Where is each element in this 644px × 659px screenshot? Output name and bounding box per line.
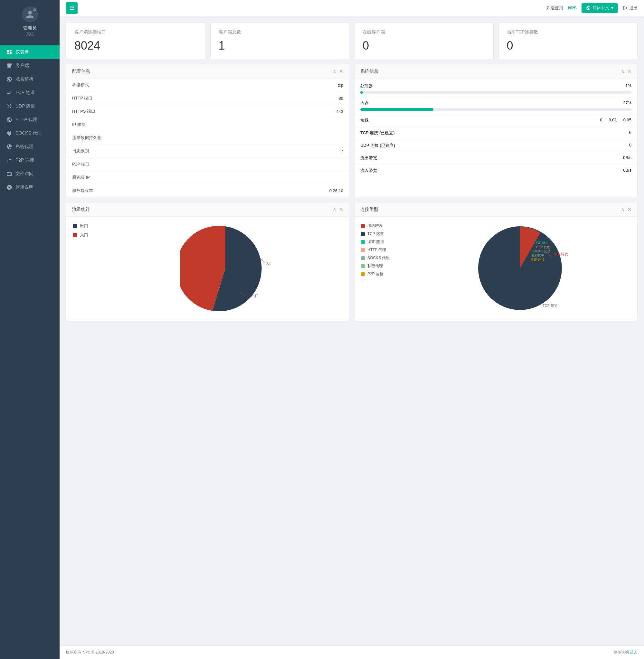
conn-close-icon[interactable]: ✕ (627, 206, 631, 212)
load-val-1: 0.01 (608, 118, 617, 123)
more-info-text: 更多说明 (614, 650, 629, 655)
welcome-text: 欢迎使用 (547, 5, 563, 11)
config-row-0: 桥接模式 tcp (66, 78, 349, 92)
connection-pie-chart: TCP 隧道 域名转发 UDP 隧道 HTTP 代理 SOCKS 代理 私密代理… (472, 223, 568, 313)
sidebar-item-private[interactable]: 私密代理 (0, 140, 60, 154)
tcp-conn-label: TCP 连接 (已建立) (360, 130, 395, 136)
config-val-1: 80 (339, 96, 343, 101)
traffic-collapse-icon[interactable]: ∧ (332, 206, 337, 212)
logout-label: 退出 (629, 5, 638, 11)
conn-legend-6: P2P 连接 (361, 272, 399, 277)
sidebar-item-label: 私密代理 (16, 144, 33, 150)
sidebar-item-files[interactable]: 文件访问 (0, 167, 60, 181)
config-key-1: HTTP 端口 (72, 95, 92, 101)
config-key-7: 服务端 IP (72, 174, 90, 180)
conn-label-1: TCP 隧道 (367, 231, 384, 237)
stat-card-tcp: 当前TCP连接数 0 (499, 23, 638, 59)
out-bw-value: 0B/s (623, 155, 631, 161)
connection-panel-header: 连接类型 ∧ ✕ (354, 203, 637, 217)
sidebar-item-udp[interactable]: UDP 隧道 (0, 99, 60, 113)
config-key-0: 桥接模式 (72, 82, 89, 88)
traffic-pie-chart: 出口 入口 (180, 223, 271, 313)
udp-icon (6, 103, 12, 109)
gear-badge (32, 7, 37, 12)
load-val-2: 0.05 (623, 118, 631, 123)
system-panel-title: 系统信息 (360, 69, 378, 74)
private-icon (6, 144, 12, 150)
sidebar-item-clients[interactable]: 客户端 (0, 59, 60, 72)
stat-value-total: 1 (218, 39, 341, 52)
conn-dot-2 (361, 240, 365, 244)
load-val-0: 0 (600, 118, 602, 123)
config-val-2: 443 (336, 109, 343, 114)
sys-close-icon[interactable]: ✕ (627, 68, 631, 74)
language-button[interactable]: 简体中文 ▾ (581, 3, 618, 13)
traffic-chart-body: 出口 入口 (66, 217, 349, 321)
config-key-2: HTTPS 端口 (72, 109, 95, 114)
sidebar-item-label: UDP 隧道 (16, 103, 35, 109)
sidebar-item-tcp[interactable]: TCP 隧道 (0, 86, 60, 99)
sys-info-section: 处理器 1% 内存 27% (354, 78, 637, 178)
conn-legend-4: SOCKS 代理 (361, 255, 399, 261)
stat-value-tcp: 0 (507, 39, 629, 52)
load-label: 负载 (360, 118, 369, 123)
close-icon[interactable]: ✕ (339, 68, 343, 74)
legend-out: 出口 (73, 223, 98, 229)
sys-collapse-icon[interactable]: ∧ (621, 68, 625, 74)
config-key-3: IP 限制 (72, 122, 86, 127)
conn-http-label: HTTP 代理 (534, 245, 550, 249)
traffic-panel-controls: ∧ ✕ (332, 206, 343, 212)
traffic-panel: 流量统计 ∧ ✕ 出口 入口 (66, 202, 349, 321)
collapse-icon[interactable]: ∧ (332, 68, 337, 74)
help-icon (6, 185, 12, 190)
sidebar-item-socks[interactable]: SOCKS 代理 (0, 126, 60, 140)
hamburger-icon: ☰ (70, 5, 74, 11)
stat-label-tcp: 当前TCP连接数 (507, 29, 629, 35)
system-panel-body: 处理器 1% 内存 27% (354, 78, 637, 178)
nps-brand: NPS (568, 5, 577, 10)
load-row: 负载 0 0.01 0.05 (354, 114, 637, 127)
config-key-5: 日志级别 (72, 148, 89, 154)
admin-name: 管理员 (23, 25, 37, 31)
udp-conn-row: UDP 连接 (已建立) 0 (354, 139, 637, 152)
legend-in-label: 入口 (80, 232, 88, 238)
conn-p2p-label: P2P 连接 (531, 258, 545, 261)
sidebar-item-p2p[interactable]: P2P 连接 (0, 154, 60, 167)
sidebar-item-dashboard[interactable]: 仪表盘 (0, 45, 60, 59)
traffic-close-icon[interactable]: ✕ (339, 206, 343, 212)
sidebar: 管理员 系统 仪表盘 客户端 域名解析 TCP 隧道 UDP 隧道 (0, 0, 60, 659)
stat-card-online: 在线客户端 0 (354, 23, 493, 59)
config-val-5: 7 (341, 149, 343, 154)
mem-progress-bar (360, 108, 631, 111)
tcp-icon (6, 90, 12, 96)
sidebar-item-http[interactable]: HTTP 代理 (0, 113, 60, 126)
sidebar-item-label: 仪表盘 (16, 49, 29, 55)
enter-link[interactable]: 进入 (630, 650, 638, 655)
conn-label-3: HTTP 代理 (367, 247, 386, 253)
out-bw-label: 流出带宽 (360, 155, 377, 161)
config-key-6: P2P 端口 (72, 161, 90, 167)
legend-out-label: 出口 (80, 223, 88, 229)
traffic-legend: 出口 入口 (73, 223, 98, 238)
menu-button[interactable]: ☰ (66, 2, 77, 14)
config-row-5: 日志级别 7 (66, 145, 349, 158)
config-panel-header: 配置信息 ∧ ✕ (66, 64, 349, 78)
system-panel: 系统信息 ∧ ✕ 处理器 1% (354, 64, 638, 197)
conn-dot-0 (361, 224, 365, 228)
cpu-percent: 1% (625, 84, 631, 89)
config-row-4: 流量数据持久化 (66, 131, 349, 145)
socks-icon (6, 131, 12, 136)
load-values: 0 0.01 0.05 (600, 118, 631, 123)
connection-chart-body: 域名转发 TCP 隧道 UDP 隧道 HTTP 代理 (354, 217, 637, 321)
mem-percent: 27% (623, 100, 631, 106)
sidebar-item-help[interactable]: 使用说明 (0, 181, 60, 194)
sidebar-item-dns[interactable]: 域名解析 (0, 72, 60, 86)
conn-dot-6 (361, 272, 365, 276)
sidebar-nav: 仪表盘 客户端 域名解析 TCP 隧道 UDP 隧道 HTTP 代理 (0, 42, 60, 659)
logout-button[interactable]: 退出 (623, 5, 638, 11)
config-panel: 配置信息 ∧ ✕ 桥接模式 tcp HTTP 端口 80 (66, 64, 349, 197)
config-key-4: 流量数据持久化 (72, 135, 101, 141)
panel-row-2: 流量统计 ∧ ✕ 出口 入口 (66, 202, 638, 321)
config-row-2: HTTPS 端口 443 (66, 105, 349, 118)
conn-collapse-icon[interactable]: ∧ (621, 206, 625, 212)
